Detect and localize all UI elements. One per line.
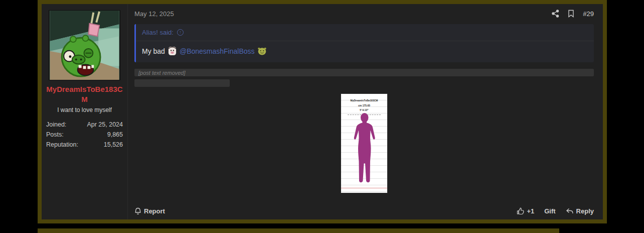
username-link[interactable]: MyDreamIsToBe183CM	[46, 84, 123, 104]
height-chart-image[interactable]: MyDreamIsToBe183CM cm 175.65 5' 9.13"	[341, 94, 387, 193]
like-count[interactable]: +1	[517, 207, 534, 215]
quote-block: Alias! said: ↑ My bad @BonesmashFinalBos…	[134, 24, 594, 62]
stat-value: 9,865	[107, 131, 123, 138]
reply-button[interactable]: Reply	[566, 207, 594, 215]
gift-button[interactable]: Gift	[544, 207, 555, 215]
plus-one-label: +1	[527, 207, 534, 215]
goto-quoted-post-icon[interactable]: ↑	[177, 29, 184, 36]
custom-face-emoji	[168, 46, 177, 56]
person-silhouette	[349, 112, 379, 188]
redacted-text-line	[134, 79, 230, 87]
share-icon[interactable]	[552, 10, 559, 18]
green-pig-avatar-image	[49, 11, 120, 80]
bookmark-icon[interactable]	[568, 10, 574, 18]
shrek-emoji	[257, 46, 267, 56]
quote-header[interactable]: Alias! said: ↑	[136, 24, 594, 41]
post-date-link[interactable]: May 12, 2025	[134, 10, 174, 18]
thumbs-up-icon	[517, 207, 524, 215]
report-button[interactable]: Report	[134, 207, 165, 215]
mention-link[interactable]: @BonesmashFinalBoss	[180, 47, 255, 55]
post-body-redacted: [post text removed]	[134, 69, 594, 87]
quote-text: My bad	[142, 47, 165, 55]
quote-body: My bad @BonesmashFinalBoss	[136, 41, 594, 62]
user-tagline: I want to love myself	[46, 106, 123, 113]
report-label: Report	[144, 207, 165, 215]
stat-value: Apr 25, 2024	[87, 121, 123, 128]
stat-posts: Posts: 9,865	[46, 131, 123, 138]
stat-label: Joined:	[46, 121, 66, 128]
gift-label: Gift	[544, 207, 555, 215]
reply-arrow-icon	[566, 208, 574, 215]
forum-post-card: MyDreamIsToBe183CM I want to love myself…	[38, 0, 607, 223]
bell-icon	[134, 207, 141, 215]
post-number-link[interactable]: #29	[583, 10, 594, 18]
quote-attribution: Alias! said:	[142, 29, 174, 36]
stat-value: 15,526	[104, 141, 123, 148]
ground-line	[341, 188, 387, 188]
page: MyDreamIsToBe183CM I want to love myself…	[0, 0, 644, 233]
attachment-area: MyDreamIsToBe183CM cm 175.65 5' 9.13"	[134, 94, 594, 193]
post-header: May 12, 2025	[134, 10, 594, 18]
avatar[interactable]	[49, 11, 120, 80]
stat-label: Reputation:	[46, 141, 78, 148]
next-post-top-border	[38, 228, 559, 233]
stat-reputation: Reputation: 15,526	[46, 141, 123, 148]
post-main: May 12, 2025	[128, 4, 603, 219]
reply-label: Reply	[576, 207, 594, 215]
post-footer: Report +1 Gift	[134, 203, 594, 215]
user-sidebar: MyDreamIsToBe183CM I want to love myself…	[42, 4, 128, 219]
stat-label: Posts:	[46, 131, 64, 138]
redacted-text-line: [post text removed]	[134, 69, 594, 76]
stat-joined: Joined: Apr 25, 2024	[46, 121, 123, 128]
redaction-note: [post text removed]	[138, 70, 186, 76]
